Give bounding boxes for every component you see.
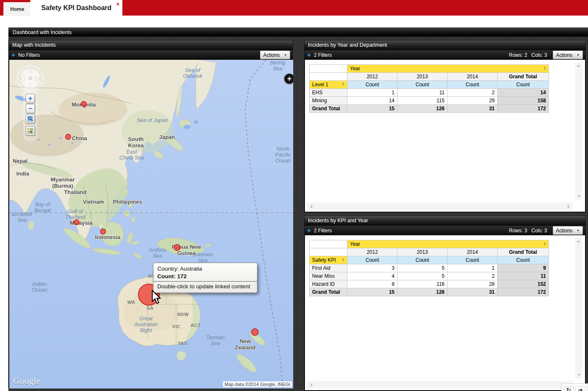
value-cell[interactable]: 5 xyxy=(397,264,448,272)
row-label[interactable]: Near Miss xyxy=(310,272,347,280)
value-cell[interactable]: 9 xyxy=(498,264,549,272)
value-cell[interactable]: 3 xyxy=(347,264,397,272)
grand-total-cell[interactable]: 31 xyxy=(448,288,498,296)
value-cell[interactable]: 29 xyxy=(448,97,498,105)
map-actions-button[interactable]: Actions ▼ xyxy=(260,51,290,59)
column-header-2014[interactable]: 2014 xyxy=(448,73,498,81)
pan-right-icon[interactable]: ▶ xyxy=(36,75,40,81)
add-filter-icon[interactable]: + xyxy=(307,52,311,58)
expand-plus-button[interactable]: + xyxy=(284,74,293,84)
value-cell[interactable]: 115 xyxy=(397,97,448,105)
column-header-2014[interactable]: 2014 xyxy=(448,248,498,256)
panel2-vertical-scrollbar[interactable]: ‹ ‹ xyxy=(575,238,582,378)
measure-header[interactable]: Count xyxy=(347,81,397,89)
row-dimension-header[interactable]: Level 1▲▼ xyxy=(310,81,347,89)
measure-header[interactable]: Count xyxy=(448,256,498,264)
pan-center-icon[interactable] xyxy=(29,77,32,80)
pan-left-icon[interactable]: ◀ xyxy=(21,75,24,81)
scroll-up-icon[interactable]: ‹ xyxy=(576,240,580,243)
incident-marker[interactable] xyxy=(74,219,79,225)
panel2-horizontal-scrollbar[interactable]: ‹ › xyxy=(307,381,573,388)
column-header-grand-total[interactable]: Grand Total xyxy=(498,248,549,256)
panel2-actions-button[interactable]: Actions ▼ xyxy=(553,226,583,235)
tab-close-icon[interactable]: × xyxy=(116,1,119,7)
scroll-down-icon[interactable]: ‹ xyxy=(576,373,580,376)
value-cell[interactable]: 1 xyxy=(347,89,397,97)
incident-marker[interactable] xyxy=(81,101,87,107)
value-cell[interactable]: 5 xyxy=(397,272,448,280)
google-logo[interactable]: Google xyxy=(13,376,40,386)
tab-home[interactable]: Home xyxy=(3,2,31,16)
incident-marker[interactable] xyxy=(100,229,106,234)
measure-header[interactable]: Count xyxy=(397,256,448,264)
sort-icon[interactable]: ▲▼ xyxy=(543,66,546,71)
scroll-left-icon[interactable]: ‹ xyxy=(310,383,313,387)
value-cell[interactable]: 152 xyxy=(498,280,549,288)
add-filter-icon[interactable]: + xyxy=(307,228,311,234)
incident-marker[interactable] xyxy=(174,244,180,251)
grand-total-label[interactable]: Grand Total xyxy=(310,105,347,113)
scroll-right-icon[interactable]: › xyxy=(567,204,569,208)
row-label[interactable]: First Aid xyxy=(310,264,347,272)
refresh-button[interactable]: ↻ xyxy=(564,386,574,391)
measure-header[interactable]: Count xyxy=(498,81,549,89)
value-cell[interactable]: 2 xyxy=(448,89,498,97)
tab-safety-kpi-dashboard[interactable]: Safety KPI Dashboard × xyxy=(30,0,122,16)
sort-icon[interactable]: ▲▼ xyxy=(342,82,344,87)
row-dimension-header[interactable]: Safety KPI▲▼ xyxy=(310,256,347,264)
value-cell[interactable]: 116 xyxy=(397,280,448,288)
scroll-left-icon[interactable]: ‹ xyxy=(310,204,313,208)
measure-header[interactable]: Count xyxy=(448,81,498,89)
scroll-up-icon[interactable]: ‹ xyxy=(576,65,580,67)
measure-header[interactable]: Count xyxy=(347,256,397,264)
value-cell[interactable]: 2 xyxy=(448,272,498,280)
zoom-out-button[interactable]: − xyxy=(26,104,35,113)
zoom-in-button[interactable]: + xyxy=(26,94,35,103)
value-cell[interactable]: 158 xyxy=(498,97,549,105)
value-cell[interactable]: 1 xyxy=(448,264,498,272)
export-button[interactable]: ➔ xyxy=(575,386,585,391)
incident-marker[interactable] xyxy=(251,328,259,336)
value-cell[interactable]: 4 xyxy=(347,272,397,280)
value-cell[interactable]: 11 xyxy=(397,89,448,97)
zoom-in-icon: + xyxy=(28,95,32,102)
grand-total-cell[interactable]: 172 xyxy=(498,288,549,296)
grand-total-cell[interactable]: 172 xyxy=(498,105,549,113)
row-label[interactable]: EHS xyxy=(310,89,347,97)
row-label[interactable]: Hazard ID xyxy=(310,280,347,288)
grand-total-cell[interactable]: 15 xyxy=(347,288,397,296)
panel1-actions-button[interactable]: Actions ▼ xyxy=(553,51,583,59)
value-cell[interactable]: 14 xyxy=(498,89,549,97)
grand-total-cell[interactable]: 31 xyxy=(448,105,498,113)
zoom-out-icon: − xyxy=(28,105,32,112)
add-filter-icon[interactable]: + xyxy=(11,52,15,58)
grand-total-label[interactable]: Grand Total xyxy=(310,288,347,296)
column-dimension-header[interactable]: Year▲▼ xyxy=(347,65,549,73)
panel1-horizontal-scrollbar[interactable]: ‹ › xyxy=(307,202,573,210)
measure-header[interactable]: Count xyxy=(498,256,549,264)
column-dimension-header[interactable]: Year▲▼ xyxy=(347,240,549,248)
grand-total-cell[interactable]: 126 xyxy=(397,105,448,113)
row-label[interactable]: Mining xyxy=(310,97,347,105)
value-cell[interactable]: 8 xyxy=(347,280,397,288)
grand-total-cell[interactable]: 15 xyxy=(347,105,397,113)
sort-icon[interactable]: ▲▼ xyxy=(543,242,546,246)
column-header-2013[interactable]: 2013 xyxy=(397,73,448,81)
incident-marker[interactable] xyxy=(65,134,71,140)
pan-up-icon[interactable]: ▲ xyxy=(28,68,33,74)
column-header-2013[interactable]: 2013 xyxy=(397,248,448,256)
value-cell[interactable]: 14 xyxy=(347,97,397,105)
map-canvas[interactable]: Bering SeaSea of OkhotskMongoliaChinaSea… xyxy=(9,60,293,388)
column-header-2012[interactable]: 2012 xyxy=(347,248,397,256)
grand-total-cell[interactable]: 126 xyxy=(397,288,448,296)
scroll-down-icon[interactable]: ‹ xyxy=(576,195,580,197)
value-cell[interactable]: 11 xyxy=(498,272,549,280)
value-cell[interactable]: 28 xyxy=(448,280,498,288)
sort-icon[interactable]: ▲▼ xyxy=(342,258,344,262)
select-region-button[interactable] xyxy=(26,126,35,136)
column-header-2012[interactable]: 2012 xyxy=(347,73,397,81)
column-header-grand-total[interactable]: Grand Total xyxy=(498,73,549,81)
panel1-vertical-scrollbar[interactable]: ‹ ‹ xyxy=(575,62,582,200)
zoom-to-area-button[interactable] xyxy=(26,114,35,123)
measure-header[interactable]: Count xyxy=(397,81,448,89)
